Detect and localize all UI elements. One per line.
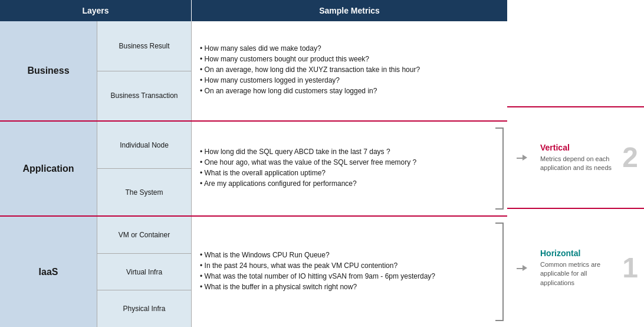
- sub-layer-business-result: Business Result: [97, 21, 191, 71]
- sub-layer-the-system: The System: [97, 169, 191, 215]
- metric-item: Are my applications configured for perfo…: [200, 179, 416, 188]
- metric-item: On an average, how long did the XUYZ tra…: [200, 66, 420, 74]
- main-table: Layers Sample Metrics Business Business …: [0, 0, 507, 327]
- sub-layer-individual-node: Individual Node: [97, 122, 191, 169]
- page-wrapper: Layers Sample Metrics Business Business …: [0, 0, 644, 327]
- section-label-iaas: IaaS: [0, 217, 97, 327]
- annotation-number-application: 2: [622, 143, 644, 172]
- metric-item: How long did the SQL query ABCD take in …: [200, 148, 416, 156]
- right-panel: Vertical Metrics depend on each applicat…: [507, 0, 644, 327]
- metrics-business: How many sales did we make today? How ma…: [192, 21, 507, 120]
- metric-item: On an average how long did customers sta…: [200, 87, 420, 95]
- metric-item: What is the overall application uptime?: [200, 169, 416, 177]
- sub-layer-physical-infra: Physical Infra: [97, 290, 191, 327]
- sub-layer-vm-container: VM or Container: [97, 217, 191, 254]
- arrow-head-application: [523, 155, 527, 161]
- metric-item: In the past 24 hours, what was the peak …: [200, 261, 435, 270]
- arrow-iaas: [517, 262, 528, 274]
- metric-item: What is the buffer in a physical switch …: [200, 283, 435, 291]
- section-application: Application Individual Node The System H…: [0, 122, 507, 217]
- header-layers: Layers: [0, 0, 192, 21]
- section-iaas: IaaS VM or Container Virtual Infra Physi…: [0, 217, 507, 327]
- metric-item: How many sales did we make today?: [200, 44, 420, 53]
- metrics-iaas: What is the Windows CPU Run Queue? In th…: [192, 217, 507, 327]
- metrics-list-iaas: What is the Windows CPU Run Queue? In th…: [200, 251, 435, 293]
- bracket-iaas: [495, 223, 504, 321]
- table-header: Layers Sample Metrics: [0, 0, 507, 21]
- metric-item: One hour ago, what was the value of the …: [200, 158, 416, 166]
- annotation-desc-horizontal: Common metrics are applicable for all ap…: [540, 260, 622, 287]
- annotation-title-vertical: Vertical: [540, 143, 622, 152]
- section-business: Business Business Result Business Transa…: [0, 21, 507, 122]
- bracket-application: [495, 127, 504, 210]
- section-label-application: Application: [0, 122, 97, 215]
- metric-item: What was the total number of IO hitting …: [200, 272, 435, 280]
- annotation-desc-vertical: Metrics depend on each application and i…: [540, 155, 622, 173]
- annotation-application: Vertical Metrics depend on each applicat…: [528, 143, 622, 173]
- iaas-annotation-inner: Horizontal Common metrics are applicable…: [517, 248, 644, 287]
- arrow-application: [517, 152, 528, 164]
- sub-layer-virtual-infra: Virtual Infra: [97, 254, 191, 291]
- metrics-application: How long did the SQL query ABCD take in …: [192, 122, 507, 215]
- metrics-list-business: How many sales did we make today? How ma…: [200, 44, 420, 97]
- right-section-application: Vertical Metrics depend on each applicat…: [507, 107, 644, 209]
- annotation-title-horizontal: Horizontal: [540, 248, 622, 258]
- sub-layer-business-transaction: Business Transaction: [97, 71, 191, 121]
- annotation-iaas: Horizontal Common metrics are applicable…: [528, 248, 622, 287]
- metric-item: How many customers bought our product th…: [200, 55, 420, 63]
- header-metrics: Sample Metrics: [192, 0, 507, 21]
- metrics-list-application: How long did the SQL query ABCD take in …: [200, 148, 416, 190]
- annotation-number-iaas: 1: [622, 254, 644, 282]
- application-annotation-inner: Vertical Metrics depend on each applicat…: [517, 143, 644, 173]
- sub-layers-business: Business Result Business Transaction: [97, 21, 192, 120]
- arrow-head-iaas: [523, 265, 527, 271]
- sub-layers-application: Individual Node The System: [97, 122, 192, 215]
- section-label-business: Business: [0, 21, 97, 120]
- sub-layers-iaas: VM or Container Virtual Infra Physical I…: [97, 217, 192, 327]
- right-section-business: [507, 0, 644, 107]
- metric-item: How many customers logged in yesterday?: [200, 76, 420, 84]
- right-section-iaas: Horizontal Common metrics are applicable…: [507, 209, 644, 327]
- metric-item: What is the Windows CPU Run Queue?: [200, 251, 435, 259]
